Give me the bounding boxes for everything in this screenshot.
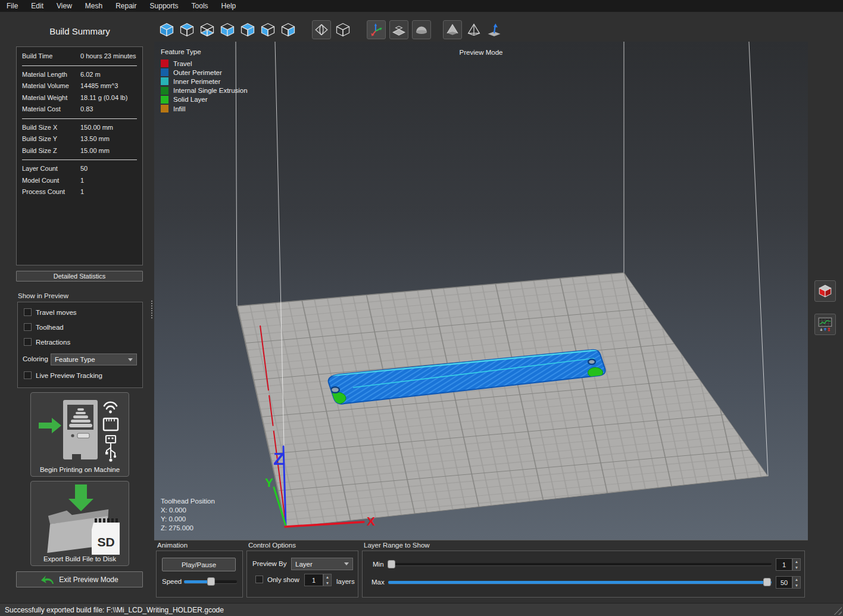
play-pause-button[interactable]: Play/Pause: [162, 558, 236, 571]
surface-normal-arrow-icon[interactable]: [486, 21, 502, 38]
red-cube-icon: [817, 283, 833, 299]
min-layer-spinner[interactable]: ▲▼: [792, 558, 801, 571]
only-show-checkbox[interactable]: Only show: [255, 576, 299, 583]
normals-wireframe-icon[interactable]: [466, 21, 482, 38]
wireframe-cube-icon[interactable]: [335, 21, 351, 38]
chevron-down-icon: [128, 358, 133, 361]
summary-row: Build Size Z15.00 mm: [22, 145, 137, 157]
summary-row: Process Count1: [22, 186, 137, 198]
build-plate: [237, 273, 768, 527]
view-toolbar: [158, 18, 502, 41]
min-layer-slider[interactable]: [388, 563, 772, 565]
checkbox-icon[interactable]: [24, 371, 32, 379]
max-layer-spinner[interactable]: ▲▼: [792, 576, 801, 589]
layer-range-group-label: Layer Range to Show: [364, 542, 430, 549]
view-front-icon[interactable]: [219, 21, 236, 38]
menu-bar: File Edit View Mesh Repair Supports Tool…: [0, 0, 843, 12]
max-layer-slider[interactable]: [388, 581, 772, 584]
preview-by-label: Preview By: [252, 560, 287, 567]
preview-3d-viewport[interactable]: Z Y X Feature Type Travel Outer Perimete…: [154, 42, 808, 540]
legend-item: Outer Perimeter: [161, 68, 248, 77]
checkbox-icon[interactable]: [24, 308, 32, 316]
view-isometric-icon[interactable]: [158, 21, 175, 38]
checkbox-icon[interactable]: [24, 323, 32, 331]
color-swatch: [161, 60, 168, 67]
preview-by-dropdown[interactable]: Layer: [291, 558, 353, 570]
min-label: Min: [373, 561, 384, 568]
detailed-statistics-button[interactable]: Detailed Statistics: [16, 271, 143, 282]
max-layer-value[interactable]: 50: [776, 576, 792, 589]
summary-row: Build Time0 hours 23 minutes: [22, 51, 137, 62]
travel-moves-checkbox[interactable]: Travel moves: [24, 308, 77, 316]
view-top-icon[interactable]: [179, 21, 195, 38]
retractions-checkbox[interactable]: Retractions: [24, 338, 70, 346]
summary-row: Material Cost0.83: [22, 104, 137, 115]
build-summary-panel: Build Time0 hours 23 minutes Material Le…: [16, 46, 143, 265]
legend-item: Infill: [161, 104, 248, 113]
exit-preview-mode-button[interactable]: Exit Preview Mode: [16, 571, 143, 587]
summary-row: Build Size Y13.50 mm: [22, 133, 137, 145]
coloring-label: Coloring: [23, 355, 48, 362]
toolhead-position: Toolhead Position X: 0.000 Y: 0.000 Z: 2…: [161, 497, 215, 533]
max-slider-handle[interactable]: [763, 578, 771, 586]
divider: [22, 65, 137, 66]
axis-y-label: Y: [265, 476, 273, 489]
menu-view[interactable]: View: [50, 0, 79, 12]
coloring-dropdown[interactable]: Feature Type: [51, 354, 137, 365]
view-bottom-icon[interactable]: [199, 21, 216, 38]
graph-tuning-icon: [817, 317, 833, 332]
min-slider-handle[interactable]: [388, 560, 395, 568]
status-bar: Successfully exported build file: F:\\Mi…: [0, 603, 843, 616]
only-show-value[interactable]: 1: [304, 574, 323, 586]
begin-printing-button[interactable]: Begin Printing on Machine: [30, 392, 129, 477]
chevron-down-icon: [344, 562, 349, 565]
checkbox-icon[interactable]: [255, 576, 263, 583]
menu-help[interactable]: Help: [215, 0, 243, 12]
summary-row: Model Count1: [22, 175, 137, 187]
svg-text:SD: SD: [97, 535, 114, 549]
speed-slider-handle[interactable]: [207, 577, 215, 586]
checkbox-icon[interactable]: [24, 338, 32, 346]
view-right-icon[interactable]: [280, 21, 296, 38]
menu-mesh[interactable]: Mesh: [79, 0, 109, 12]
layers-label: layers: [336, 578, 355, 585]
color-swatch: [161, 105, 168, 112]
menu-file[interactable]: File: [0, 0, 24, 12]
menu-tools[interactable]: Tools: [185, 0, 215, 12]
color-swatch: [161, 87, 168, 95]
animation-group-label: Animation: [157, 542, 188, 549]
speed-slider[interactable]: [184, 580, 237, 583]
export-build-file-button[interactable]: SD Export Build File to Disk: [30, 481, 129, 566]
legend-item: Solid Layer: [161, 95, 248, 104]
preview-mode-label: Preview Mode: [460, 49, 503, 56]
show-dome-icon[interactable]: [412, 20, 431, 39]
layer-range-group: [362, 551, 805, 598]
show-in-preview-label: Show in Preview: [18, 292, 68, 299]
summary-row: Build Size X150.00 mm: [22, 122, 137, 134]
live-preview-tracking-checkbox[interactable]: Live Preview Tracking: [24, 371, 102, 379]
normals-solid-icon[interactable]: [443, 20, 462, 39]
summary-row: Material Volume14485 mm^3: [22, 80, 137, 92]
panel-splitter-handle[interactable]: [151, 301, 154, 318]
status-message: Successfully exported build file: F:\\Mi…: [5, 606, 224, 614]
live-tuning-button[interactable]: [814, 314, 836, 335]
only-show-spinner[interactable]: ▲▼: [323, 574, 332, 586]
toolhead-checkbox[interactable]: Toolhead: [24, 323, 64, 331]
menu-edit[interactable]: Edit: [24, 0, 50, 12]
build-plate-3d-scene: Z Y X: [154, 42, 808, 540]
show-build-plate-icon[interactable]: [389, 20, 408, 39]
divider: [22, 160, 137, 160]
color-swatch: [161, 68, 168, 76]
view-left-icon[interactable]: [260, 21, 276, 38]
machine-control-panel-button[interactable]: [814, 280, 836, 302]
view-back-icon[interactable]: [239, 21, 256, 38]
menu-supports[interactable]: Supports: [143, 0, 185, 12]
axis-z-label: Z: [273, 449, 284, 468]
menu-repair[interactable]: Repair: [109, 0, 143, 12]
feature-type-legend: Feature Type Travel Outer Perimeter Inne…: [161, 48, 248, 113]
min-layer-value[interactable]: 1: [776, 558, 792, 571]
axis-x-label: X: [367, 514, 375, 528]
control-options-group-label: Control Options: [248, 542, 296, 549]
coordinate-axes-icon[interactable]: [367, 20, 386, 39]
cross-section-icon[interactable]: [312, 20, 331, 39]
